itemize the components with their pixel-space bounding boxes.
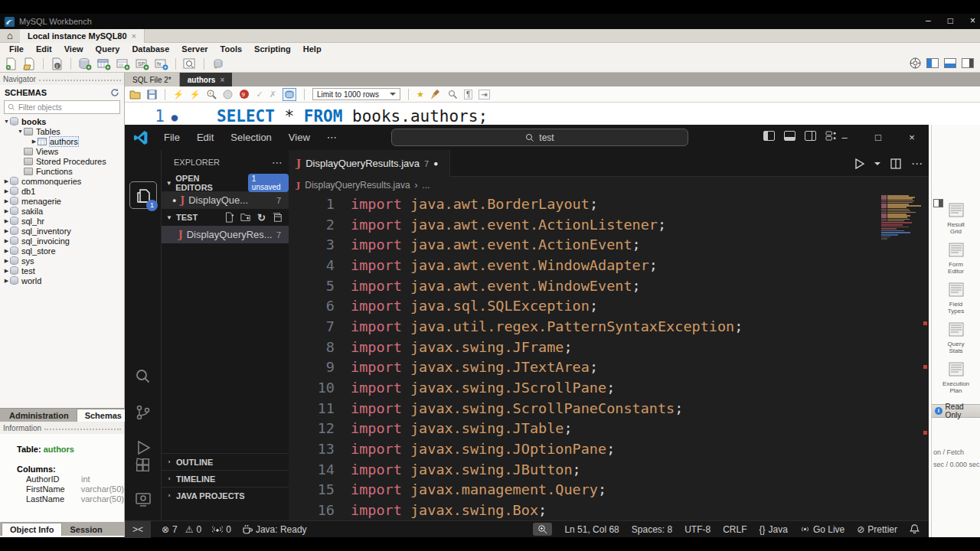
toggle-stop-on-error-icon[interactable]: 9: [239, 89, 250, 99]
tree-item-sys[interactable]: ▶ sys: [0, 256, 124, 266]
tree-collapsed-icon[interactable]: ▶: [3, 268, 10, 274]
preferences-icon[interactable]: [910, 57, 921, 69]
sidebar-execution-plan[interactable]: ExecutionPlan: [932, 362, 980, 394]
tree-item-stored-procedures[interactable]: Stored Procedures: [0, 156, 124, 166]
tab-displayqueryresults[interactable]: J DisplayQueryResults.java 7 ●: [289, 150, 450, 177]
source-control-icon[interactable]: [134, 403, 152, 425]
wb-menu-file[interactable]: File: [3, 44, 30, 54]
command-center-search[interactable]: test: [391, 129, 688, 146]
extensions-icon[interactable]: [135, 457, 152, 477]
code-line-4[interactable]: 4 import java.awt.event.WindowAdapter;: [289, 255, 929, 276]
breadcrumb-file[interactable]: DisplayQueryResults.java: [305, 180, 410, 191]
tree-item-views[interactable]: Views: [0, 146, 124, 156]
code-editor[interactable]: 1 import java.awt.BorderLayout; 2 import…: [289, 194, 929, 520]
wb-menu-server[interactable]: Server: [175, 44, 214, 54]
find-icon[interactable]: [448, 90, 458, 99]
timeline-section[interactable]: › TIMELINE: [162, 470, 289, 487]
limit-rows-dropdown[interactable]: Limit to 1000 rows: [312, 88, 400, 100]
vscode-minimize-button[interactable]: –: [828, 125, 861, 150]
home-icon[interactable]: ⌂: [0, 30, 20, 41]
tree-item-sql_hr[interactable]: ▶ sql_hr: [0, 216, 124, 226]
tree-collapsed-icon[interactable]: ▶: [3, 178, 10, 184]
code-line-6[interactable]: 6 import java.sql.SQLException;: [289, 295, 929, 316]
tree-item-tables[interactable]: ▼ Tables: [0, 126, 124, 136]
explorer-active-box[interactable]: 1: [129, 181, 157, 209]
wb-menu-tools[interactable]: Tools: [214, 44, 249, 54]
wb-close-button[interactable]: ×: [970, 15, 975, 26]
code-line-8[interactable]: 8 import javax.swing.JFrame;: [289, 337, 929, 357]
split-editor-icon[interactable]: [890, 158, 902, 170]
vscode-menu-edit[interactable]: Edit: [188, 132, 222, 143]
wb-minimize-button[interactable]: –: [926, 15, 931, 26]
code-line-14[interactable]: 14 import javax.swing.JButton;: [289, 459, 929, 480]
connection-tab-close-icon[interactable]: ×: [132, 31, 136, 41]
code-line-13[interactable]: 13 import javax.swing.JOptionPane;: [289, 439, 929, 459]
encoding[interactable]: UTF-8: [684, 524, 710, 535]
search-table-data-icon[interactable]: [183, 57, 197, 70]
tree-collapsed-icon[interactable]: ▶: [3, 208, 10, 214]
tab-object-info[interactable]: Object Info: [2, 523, 62, 536]
tree-collapsed-icon[interactable]: ▶: [31, 139, 38, 145]
save-icon[interactable]: [147, 90, 157, 99]
new-folder-icon[interactable]: [240, 212, 251, 223]
schema-filter-input[interactable]: Filter objects: [4, 100, 120, 114]
sidebar-result-grid[interactable]: ResultGrid: [932, 203, 980, 235]
vscode-close-button[interactable]: ×: [895, 125, 929, 150]
vscode-menu-selection[interactable]: Selection: [222, 132, 279, 143]
code-line-9[interactable]: 9 import javax.swing.JTextArea;: [289, 357, 929, 378]
breadcrumb-symbol[interactable]: ...: [423, 180, 430, 191]
tree-collapsed-icon[interactable]: ▶: [3, 238, 10, 244]
toggle-left-sidebar-icon[interactable]: [926, 58, 939, 68]
create-table-icon[interactable]: [97, 57, 111, 70]
collapse-folders-icon[interactable]: [272, 212, 283, 223]
problems-status[interactable]: ⊗ 7 ⚠ 0: [162, 524, 201, 535]
tree-item-sql_store[interactable]: ▶ sql_store: [0, 246, 124, 256]
refresh-explorer-icon[interactable]: ↻: [257, 212, 266, 223]
code-line-1[interactable]: 1 import java.awt.BorderLayout;: [289, 194, 929, 214]
clean-editor-icon[interactable]: [430, 89, 442, 99]
search-view-icon[interactable]: [134, 367, 152, 389]
code-line-7[interactable]: 7 import java.util.regex.PatternSyntaxEx…: [289, 316, 929, 337]
tree-collapsed-icon[interactable]: ▶: [3, 188, 10, 194]
live-preview-icon[interactable]: [134, 491, 152, 512]
wb-menu-query[interactable]: Query: [90, 44, 126, 54]
execute-query-icon[interactable]: ⚡: [173, 90, 184, 99]
new-sql-tab-icon[interactable]: [5, 57, 18, 70]
tree-collapsed-icon[interactable]: ▶: [3, 198, 10, 204]
zoom-indicator-button[interactable]: [533, 523, 552, 536]
wb-menu-view[interactable]: View: [58, 44, 90, 54]
tree-item-sakila[interactable]: ▶ sakila: [0, 206, 124, 216]
connection-tab[interactable]: Local instance MySQL80 ×: [20, 29, 145, 43]
create-schema-icon[interactable]: [78, 57, 92, 70]
create-view-icon[interactable]: [116, 57, 130, 70]
tree-expanded-icon[interactable]: ▼: [3, 119, 10, 124]
eol-sequence[interactable]: CRLF: [723, 524, 746, 535]
sidebar-field-types[interactable]: FieldTypes: [932, 282, 980, 315]
code-line-11[interactable]: 11 import javax.swing.ScrollPaneConstant…: [289, 398, 929, 419]
new-file-icon[interactable]: [224, 212, 234, 223]
run-java-button[interactable]: [853, 158, 865, 170]
go-live-button[interactable]: Go Live: [800, 524, 844, 535]
code-line-2[interactable]: 2 import java.awt.event.ActionListener;: [289, 214, 929, 235]
refresh-schemas-icon[interactable]: [110, 88, 119, 97]
wb-menu-scripting[interactable]: Scripting: [248, 44, 297, 54]
tree-collapsed-icon[interactable]: ▶: [3, 248, 10, 254]
file-item-displayqueryresults[interactable]: J DisplayQueryRes... 7: [162, 226, 289, 243]
tree-collapsed-icon[interactable]: ▶: [3, 258, 10, 264]
toggle-secondary-sidebar-icon[interactable]: [805, 131, 816, 141]
tree-item-books[interactable]: ▼ books: [0, 116, 124, 126]
toggle-bottom-panel-icon[interactable]: [944, 58, 956, 68]
toggle-panel-icon[interactable]: [784, 131, 795, 141]
java-status[interactable]: Java: Ready: [242, 524, 307, 535]
wb-menu-edit[interactable]: Edit: [30, 44, 58, 54]
tree-item-sql_inventory[interactable]: ▶ sql_inventory: [0, 226, 124, 236]
sidebar-query-stats[interactable]: QueryStats: [932, 322, 980, 354]
vscode-menu-file[interactable]: File: [155, 132, 188, 143]
tree-item-world[interactable]: ▶ world: [0, 276, 124, 285]
vscode-menu-more[interactable]: ⋯: [318, 132, 345, 143]
stop-query-icon[interactable]: [223, 90, 233, 99]
explorer-more-actions-icon[interactable]: ⋯: [272, 156, 283, 168]
notifications-bell[interactable]: [910, 524, 920, 534]
create-function-icon[interactable]: fx: [155, 57, 168, 70]
sql-tab-close-icon[interactable]: ×: [220, 76, 224, 84]
